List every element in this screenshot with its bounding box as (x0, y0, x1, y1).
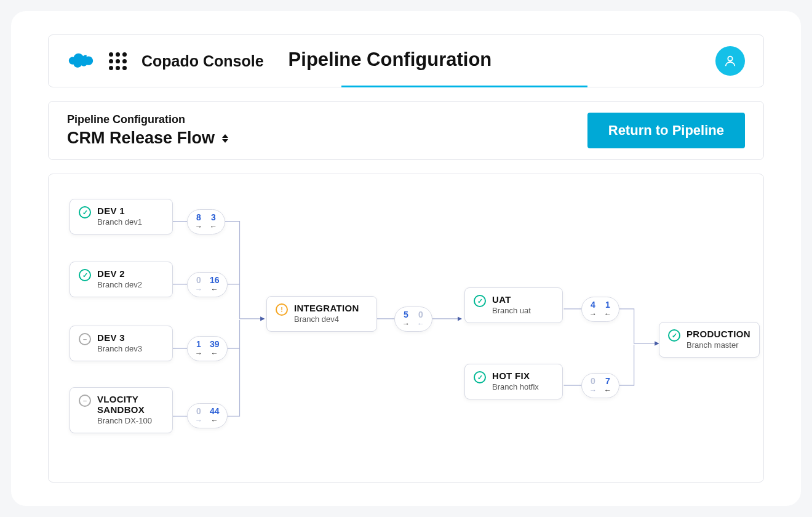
status-ok-icon (79, 269, 91, 281)
status-ok-icon (474, 371, 486, 383)
pill-fwd: 8 (196, 213, 201, 222)
node-branch: Branch uat (492, 306, 531, 315)
node-title: DEV 1 (97, 206, 142, 216)
status-ok-icon (668, 329, 680, 342)
tab-underline (341, 86, 587, 87)
node-branch: Branch hotfix (492, 382, 539, 391)
node-dev1[interactable]: DEV 1 Branch dev1 (70, 199, 173, 234)
pill-uat[interactable]: 4→ 1← (581, 297, 619, 322)
node-title: PRODUCTION (687, 329, 750, 339)
status-warn-icon (276, 303, 288, 316)
pill-fwd: 4 (591, 300, 595, 309)
node-branch: Branch dev3 (97, 344, 142, 353)
pill-dev3[interactable]: 1→ 39← (187, 336, 228, 361)
node-production[interactable]: PRODUCTION Branch master (659, 322, 760, 358)
arrow-right-icon: → (195, 417, 202, 424)
node-title: HOT FIX (492, 371, 539, 381)
node-branch: Branch master (687, 340, 750, 350)
return-to-pipeline-button[interactable]: Return to Pipeline (587, 113, 745, 148)
subheader: Pipeline Configuration CRM Release Flow … (48, 101, 764, 160)
node-uat[interactable]: UAT Branch uat (464, 287, 563, 323)
arrow-left-icon: ← (210, 223, 217, 230)
node-hotfix[interactable]: HOT FIX Branch hotfix (464, 364, 563, 399)
node-title: VLOCITY SANDBOX (97, 394, 164, 415)
svg-point-0 (728, 57, 732, 61)
pill-fwd: 0 (196, 276, 201, 284)
top-bar: Copado Console Pipeline Configuration (48, 34, 764, 87)
arrow-left-icon: ← (417, 320, 424, 327)
breadcrumb: Pipeline Configuration (67, 113, 228, 126)
status-none-icon (79, 395, 91, 407)
node-title: DEV 2 (97, 268, 142, 279)
node-vlocity-sandbox[interactable]: VLOCITY SANDBOX Branch DX-100 (70, 387, 173, 433)
pill-fwd: 0 (196, 407, 201, 415)
user-avatar[interactable] (715, 46, 745, 76)
node-branch: Branch dev2 (97, 280, 142, 289)
pill-back: 16 (210, 276, 220, 284)
salesforce-logo-icon (67, 51, 95, 71)
arrow-right-icon: → (195, 286, 202, 293)
node-title: UAT (492, 294, 531, 305)
node-title: INTEGRATION (294, 303, 359, 313)
node-integration[interactable]: INTEGRATION Branch dev4 (266, 296, 377, 332)
pill-hotfix[interactable]: 0→ 7← (581, 373, 619, 398)
pill-fwd: 5 (404, 310, 408, 319)
status-none-icon (79, 333, 91, 345)
arrow-right-icon: → (195, 350, 202, 357)
pill-dev2[interactable]: 0→ 16← (187, 272, 228, 297)
pill-back: 7 (605, 377, 610, 385)
pill-dev1[interactable]: 8→ 3← (187, 209, 225, 234)
pill-back: 3 (211, 213, 216, 222)
pill-back: 39 (210, 340, 220, 348)
arrow-right-icon: → (589, 310, 597, 318)
status-ok-icon (474, 295, 486, 307)
pill-integration[interactable]: 5→ 0← (394, 307, 432, 332)
pill-back: 0 (418, 310, 423, 319)
user-icon (723, 54, 737, 68)
node-branch: Branch dev1 (97, 217, 142, 226)
arrow-left-icon: ← (211, 350, 218, 357)
console-title: Copado Console (141, 52, 264, 70)
pill-fwd: 0 (591, 377, 595, 385)
arrow-right-icon: → (195, 223, 202, 230)
node-branch: Branch dev4 (294, 315, 359, 324)
arrow-right-icon: → (402, 320, 410, 327)
tab-pipeline-config[interactable]: Pipeline Configuration (289, 49, 492, 73)
pill-vlocity[interactable]: 0→ 44← (187, 403, 228, 428)
node-dev3[interactable]: DEV 3 Branch dev3 (70, 326, 173, 361)
arrow-left-icon: ← (604, 310, 611, 318)
node-dev2[interactable]: DEV 2 Branch dev2 (70, 262, 173, 297)
pill-back: 1 (605, 300, 610, 309)
sort-icon (222, 134, 228, 143)
node-branch: Branch DX-100 (97, 416, 164, 425)
arrow-left-icon: ← (211, 286, 218, 293)
pipeline-canvas[interactable]: DEV 1 Branch dev1 DEV 2 Branch dev2 DEV … (48, 174, 764, 483)
node-title: DEV 3 (97, 332, 142, 343)
pill-back: 44 (210, 407, 220, 415)
status-ok-icon (79, 206, 91, 218)
arrow-right-icon: → (589, 387, 597, 394)
app-launcher-icon[interactable] (109, 52, 127, 70)
pipeline-title: CRM Release Flow (67, 129, 215, 148)
arrow-left-icon: ← (211, 417, 218, 424)
pipeline-selector[interactable]: CRM Release Flow (67, 129, 228, 148)
pill-fwd: 1 (196, 340, 201, 348)
arrow-left-icon: ← (604, 387, 611, 394)
